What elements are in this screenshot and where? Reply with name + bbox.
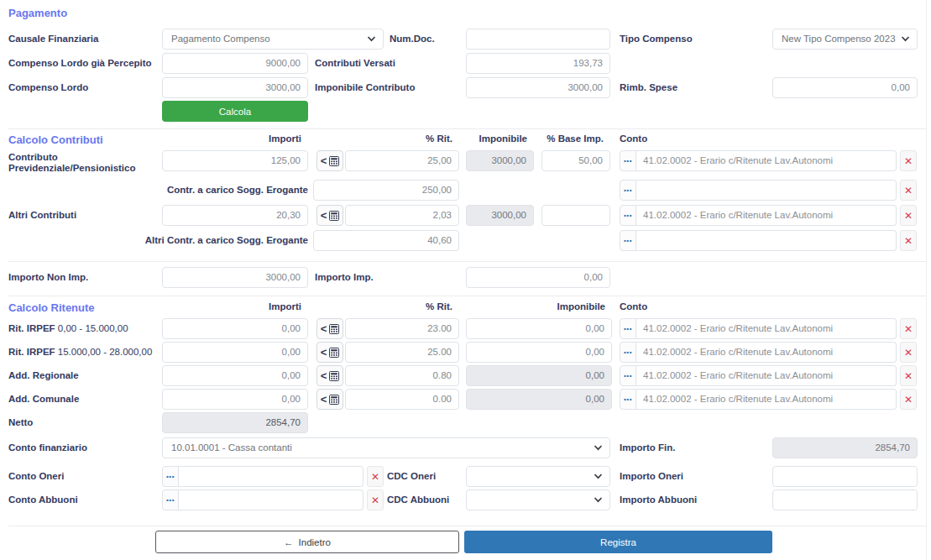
- previdenziale-calculator-button[interactable]: <: [316, 150, 343, 171]
- causale-finanziaria-select[interactable]: Pagamento Compenso: [162, 29, 384, 50]
- importo-oneri-input[interactable]: [772, 466, 918, 487]
- conto-oneri-input[interactable]: [179, 466, 364, 487]
- altri-conto-input[interactable]: 41.02.0002 - Erario c/Ritenute Lav.Auton…: [636, 205, 897, 226]
- row-importo-non-imp: Importo Non Imp. 3000,00 Importo Imp. 0,…: [0, 267, 931, 289]
- previdenziale-conto-clear-button[interactable]: ✕: [900, 150, 917, 171]
- conto-finanziario-select[interactable]: 10.01.0001 - Cassa contanti: [162, 437, 610, 458]
- previdenziale-base-imp-input[interactable]: 50,00: [541, 150, 610, 171]
- altri-conto-group: ••• 41.02.0002 - Erario c/Ritenute Lav.A…: [620, 205, 917, 226]
- cdc-oneri-select[interactable]: [466, 466, 610, 487]
- conto-abbuoni-clear-button[interactable]: ✕: [367, 489, 384, 510]
- compenso-lordo-input[interactable]: 3000,00: [162, 77, 308, 98]
- erogante-conto-input[interactable]: [636, 180, 897, 201]
- row-oneri: Conto Oneri ••• ✕ CDC Oneri Importo Oner…: [0, 466, 931, 488]
- altri-erogante-conto-clear-button[interactable]: ✕: [900, 230, 917, 251]
- row-conto-finanziario: Conto finanziario 10.01.0001 - Cassa con…: [0, 437, 931, 459]
- add-regionale-conto-lookup-button[interactable]: •••: [620, 365, 636, 386]
- compenso-lordo-gia-percepito-input[interactable]: 9000,00: [162, 53, 308, 74]
- previdenziale-rit-input[interactable]: 25,00: [345, 150, 459, 171]
- conto-abbuoni-input[interactable]: [179, 489, 364, 510]
- rit-irpef-2-conto-clear-button[interactable]: ✕: [900, 342, 917, 363]
- chevron-down-icon: [367, 36, 376, 42]
- rit-irpef-2-conto-lookup-button[interactable]: •••: [620, 342, 636, 363]
- indietro-button[interactable]: ← Indietro: [155, 531, 459, 553]
- add-comunale-conto-lookup-button[interactable]: •••: [620, 389, 636, 410]
- rit-irpef-1-conto-lookup-button[interactable]: •••: [620, 318, 636, 339]
- section-title-calcolo-contributi: Calcolo Contributi: [8, 133, 103, 146]
- rit-irpef-2-importo-input[interactable]: 0,00: [162, 342, 308, 363]
- chevron-down-icon: [901, 36, 910, 42]
- rit-irpef-2-calculator-button[interactable]: <: [316, 342, 343, 363]
- add-regionale-conto-clear-button[interactable]: ✕: [900, 365, 917, 386]
- dots-icon: •••: [624, 186, 632, 194]
- altri-contributi-label: Altri Contributi: [8, 210, 76, 220]
- altri-imponibile-field: 3000,00: [466, 205, 534, 226]
- conto-abbuoni-lookup-button[interactable]: •••: [162, 489, 179, 510]
- rit-irpef-1-imponibile-input[interactable]: 0,00: [466, 318, 612, 339]
- previdenziale-conto-input[interactable]: 41.02.0002 - Erario c/Ritenute Lav.Auton…: [636, 150, 897, 171]
- conto-oneri-group: ••• ✕: [162, 466, 384, 487]
- add-comunale-calculator-button[interactable]: <: [316, 389, 343, 410]
- altri-erogante-conto-input[interactable]: [636, 230, 897, 251]
- close-icon: ✕: [904, 235, 913, 247]
- calculator-icon: [329, 348, 339, 358]
- calcola-button[interactable]: Calcola: [162, 101, 308, 122]
- close-icon: ✕: [371, 495, 379, 506]
- altri-importo-input[interactable]: 20,30: [162, 205, 308, 226]
- imponibile-contributo-input[interactable]: 3000,00: [466, 77, 610, 98]
- altri-conto-lookup-button[interactable]: •••: [620, 205, 636, 226]
- conto-oneri-lookup-button[interactable]: •••: [162, 466, 179, 487]
- rit-irpef-1-conto-input[interactable]: 41.02.0002 - Erario c/Ritenute Lav.Auton…: [636, 318, 897, 339]
- less-than-icon: <: [321, 394, 327, 405]
- divider: [8, 261, 926, 262]
- cdc-abbuoni-select[interactable]: [466, 489, 610, 510]
- importo-non-imp-input[interactable]: 3000,00: [162, 267, 308, 288]
- add-comunale-importo-input[interactable]: 0,00: [162, 389, 308, 410]
- add-regionale-calculator-button[interactable]: <: [316, 365, 343, 386]
- contributi-versati-input[interactable]: 193,73: [466, 53, 610, 74]
- less-than-icon: <: [321, 323, 327, 334]
- altri-base-imp-input[interactable]: [541, 205, 610, 226]
- altri-erogante-conto-lookup-button[interactable]: •••: [620, 230, 636, 251]
- rit-irpef-2-imponibile-input[interactable]: 0,00: [466, 342, 612, 363]
- rit-irpef-1-rit-input[interactable]: 23.00: [345, 318, 459, 339]
- add-comunale-conto-clear-button[interactable]: ✕: [900, 389, 917, 410]
- close-icon: ✕: [904, 347, 913, 359]
- actions-row: ← Indietro Registra: [0, 531, 931, 554]
- altri-erogante-importo-input[interactable]: 40,60: [313, 230, 459, 251]
- add-comunale-label: Add. Comunale: [8, 394, 79, 404]
- erogante-conto-clear-button[interactable]: ✕: [900, 180, 917, 201]
- erogante-importo-input[interactable]: 250,00: [313, 180, 459, 201]
- tipo-compenso-value: New Tipo Compenso 2023: [782, 29, 896, 49]
- conto-abbuoni-group: ••• ✕: [162, 489, 384, 510]
- previdenziale-importo-input[interactable]: 125,00: [162, 150, 308, 171]
- rit-irpef-2-rit-input[interactable]: 25.00: [345, 342, 459, 363]
- header-conto: Conto: [620, 301, 647, 311]
- registra-button[interactable]: Registra: [464, 531, 772, 553]
- contributi-header-row: Calcolo Contributi Importi % Rit. Imponi…: [0, 133, 931, 147]
- rit-irpef-1-label: Rit. IRPEF 0,00 - 15.000,00: [8, 323, 128, 333]
- rit-irpef-2-conto-input[interactable]: 41.02.0002 - Erario c/Ritenute Lav.Auton…: [636, 342, 897, 363]
- conto-oneri-clear-button[interactable]: ✕: [367, 466, 384, 487]
- num-doc-input[interactable]: [466, 29, 610, 50]
- previdenziale-conto-lookup-button[interactable]: •••: [620, 150, 636, 171]
- add-comunale-rit-input[interactable]: 0.00: [345, 389, 459, 410]
- rimb-spese-input[interactable]: 0,00: [772, 77, 918, 98]
- erogante-conto-lookup-button[interactable]: •••: [620, 180, 636, 201]
- rit-irpef-1-importo-input[interactable]: 0,00: [162, 318, 308, 339]
- altri-rit-input[interactable]: 2,03: [345, 205, 459, 226]
- add-regionale-conto-input[interactable]: 41.02.0002 - Erario c/Ritenute Lav.Auton…: [636, 365, 897, 386]
- importo-abbuoni-input[interactable]: [772, 489, 918, 510]
- rit-irpef-1-calculator-button[interactable]: <: [316, 318, 343, 339]
- altri-conto-clear-button[interactable]: ✕: [900, 205, 917, 226]
- add-comunale-conto-input[interactable]: 41.02.0002 - Erario c/Ritenute Lav.Auton…: [636, 389, 897, 410]
- importo-imp-input[interactable]: 0,00: [466, 267, 610, 288]
- add-regionale-rit-input[interactable]: 0.80: [345, 365, 459, 386]
- header-importi: Importi: [162, 301, 301, 311]
- altri-calculator-button[interactable]: <: [316, 205, 343, 226]
- less-than-icon: <: [321, 370, 327, 381]
- rit-irpef-1-conto-clear-button[interactable]: ✕: [900, 318, 917, 339]
- add-regionale-importo-input[interactable]: 0,00: [162, 365, 308, 386]
- tipo-compenso-select[interactable]: New Tipo Compenso 2023: [772, 29, 918, 50]
- erogante-conto-group: ••• ✕: [620, 180, 917, 201]
